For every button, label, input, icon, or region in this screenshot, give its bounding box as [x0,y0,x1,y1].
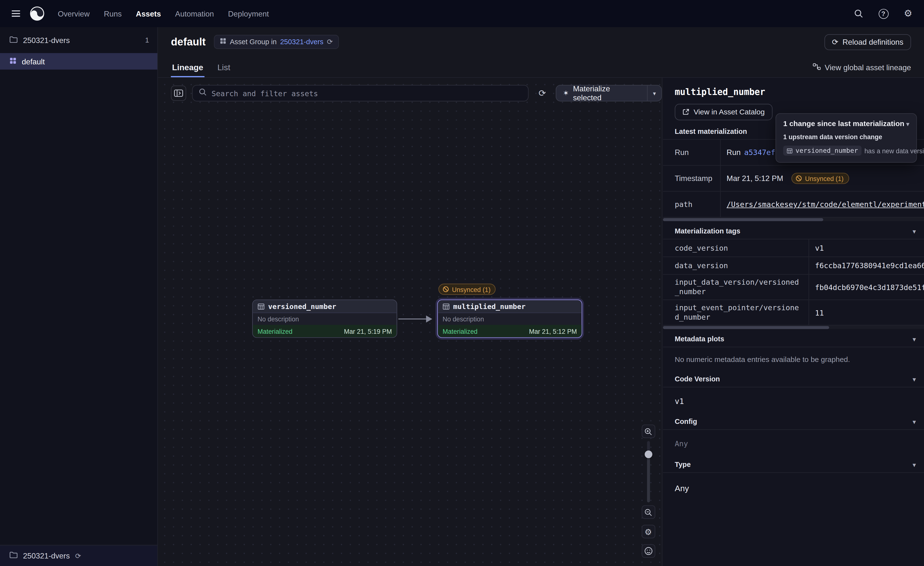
sidebar-footer-code-location[interactable]: 250321-dvers ⟳ [0,545,158,566]
page-header: default Asset Group in 250321-dvers ⟳ ⟳ … [158,27,924,78]
feedback-button[interactable] [641,544,655,558]
asset-group-icon [9,57,16,66]
hamburger-icon[interactable] [8,6,24,21]
badge-group-link[interactable]: 250321-dvers [280,38,323,46]
sidebar-group-count: 1 [145,36,149,44]
chevron-down-icon: ▾ [913,418,916,425]
zoom-out-icon [644,508,652,516]
sidebar-item-default[interactable]: default [0,53,158,69]
help-icon[interactable]: ? [876,6,891,21]
materialized-status: Materialized [258,327,292,334]
primary-nav: Overview Runs Assets Automation Deployme… [58,9,269,18]
asset-node-versioned-number[interactable]: versioned_number No description Material… [252,300,397,338]
materialize-selected-label: Materialize selected [573,84,640,102]
view-in-asset-catalog-button[interactable]: View in Asset Catalog [675,104,772,120]
asset-node-header: multiplied_number [438,300,582,313]
top-nav: Overview Runs Assets Automation Deployme… [0,0,924,27]
reload-definitions-button[interactable]: ⟳ Reload definitions [824,34,911,50]
section-config[interactable]: Config ▾ [663,414,924,430]
zoom-slider-handle[interactable] [644,450,652,458]
section-code-version[interactable]: Code Version ▾ [663,372,924,387]
row-key: Timestamp [663,166,720,191]
materialization-path-link[interactable]: /Users/smackesey/stm/code/elementl/exper… [727,200,924,209]
asset-group-badge[interactable]: Asset Group in 250321-dvers ⟳ [214,35,339,49]
section-heading: Metadata plots [675,335,724,343]
refresh-graph-button[interactable]: ⟳ [535,86,550,101]
tag-value: v1 [808,239,924,256]
app-window: Overview Runs Assets Automation Deployme… [0,0,924,566]
title-row: default Asset Group in 250321-dvers ⟳ ⟳ … [171,34,911,50]
global-lineage-label: View global asset lineage [825,63,911,72]
search-icon [199,88,207,99]
materialize-dropdown-caret[interactable]: ▾ [647,86,661,101]
horizontal-scrollbar[interactable] [663,325,924,329]
run-id-link[interactable]: a5347ef7 [744,148,780,157]
table-row: input_data_version/versioned_number fb04… [663,275,924,300]
sidebar-group-label: 250321-dvers [23,36,70,44]
lineage-toolbar: ⟳ ✶ Materialize selected ▾ [171,85,662,102]
asset-chip-versioned-number[interactable]: versioned_number [783,146,862,156]
zoom-in-button[interactable] [641,424,655,438]
left-sidebar: 250321-dvers 1 default 250321-dvers ⟳ [0,27,158,566]
panel-toggle-button[interactable] [171,86,186,101]
nav-item-runs[interactable]: Runs [104,9,122,18]
search-icon[interactable] [851,6,866,21]
zoom-out-button[interactable] [641,505,655,519]
metadata-plots-empty-text: No numeric metadata entries available to… [675,356,912,364]
row-key: path [663,192,720,217]
chevron-down-icon: ▾ [913,228,916,235]
nav-item-assets[interactable]: Assets [136,9,161,18]
search-input[interactable] [212,89,522,98]
lineage-edge [397,312,437,325]
tabs-row: Lineage List View global asset lineage [158,57,924,78]
popup-title: 1 change since last materialization [783,120,904,128]
dagster-logo[interactable] [29,6,45,21]
table-row: path /Users/smackesey/stm/code/elementl/… [663,192,924,218]
section-metadata-plots[interactable]: Metadata plots ▾ [663,331,924,348]
unsynced-badge[interactable]: Unsynced (1) [438,284,496,295]
tag-value: f6ccba1776380941e9cd1ea66481d [808,257,924,274]
nav-item-deployment[interactable]: Deployment [228,9,269,18]
tab-list[interactable]: List [216,58,232,77]
asset-node-footer: Materialized Mar 21, 5:12 PM [438,325,582,337]
tag-key: input_event_pointer/versioned_number [663,300,808,325]
popup-subtitle: 1 upstream data version change [783,133,909,140]
materialized-timestamp: Mar 21, 5:12 PM [529,327,577,334]
popup-chip-suffix: has a new data version [864,147,924,154]
chevron-down-icon[interactable]: ▾ [906,120,909,127]
gear-icon[interactable]: ⚙ [900,6,916,21]
tab-lineage[interactable]: Lineage [171,58,204,77]
catalog-button-label: View in Asset Catalog [694,108,765,116]
folder-icon [9,36,18,44]
scrollbar-thumb[interactable] [663,218,823,221]
asset-description: No description [253,313,396,325]
asset-node-footer: Materialized Mar 21, 5:19 PM [253,325,396,337]
section-type[interactable]: Type ▾ [663,457,924,473]
nav-item-overview[interactable]: Overview [58,9,90,18]
section-materialization-tags[interactable]: Materialization tags ▾ [663,223,924,239]
table-row: data_version f6ccba1776380941e9cd1ea6648… [663,257,924,275]
graph-settings-button[interactable]: ⚙ [641,525,655,538]
config-value: Any [675,439,924,448]
section-heading: Config [675,418,697,426]
circle-slash-icon [442,286,449,292]
materialize-selected-button[interactable]: ✶ Materialize selected ▾ [556,85,662,102]
asset-node-multiplied-number[interactable]: multiplied_number No description Materia… [437,300,582,338]
sidebar-group-250321-dvers[interactable]: 250321-dvers 1 [0,32,158,48]
row-key: Run [663,140,720,165]
unsynced-badge[interactable]: Unsynced (1) [792,173,849,184]
scrollbar-thumb[interactable] [663,326,829,329]
view-global-asset-lineage-link[interactable]: View global asset lineage [812,63,911,77]
gear-icon: ⚙ [645,527,652,536]
nav-item-automation[interactable]: Automation [175,9,214,18]
question-mark-glyph: ? [878,9,888,18]
sidebar-item-label: default [22,57,45,66]
reload-icon: ⟳ [832,38,838,46]
lineage-canvas[interactable]: ⟳ ✶ Materialize selected ▾ Unsynced (1) … [158,78,663,566]
materialized-timestamp: Mar 21, 5:19 PM [344,327,392,334]
horizontal-scrollbar[interactable] [663,218,924,221]
type-value: Any [675,483,924,494]
sync-icon[interactable]: ⟳ [75,552,81,559]
lineage-icon [812,63,820,72]
zoom-slider[interactable] [641,441,655,502]
